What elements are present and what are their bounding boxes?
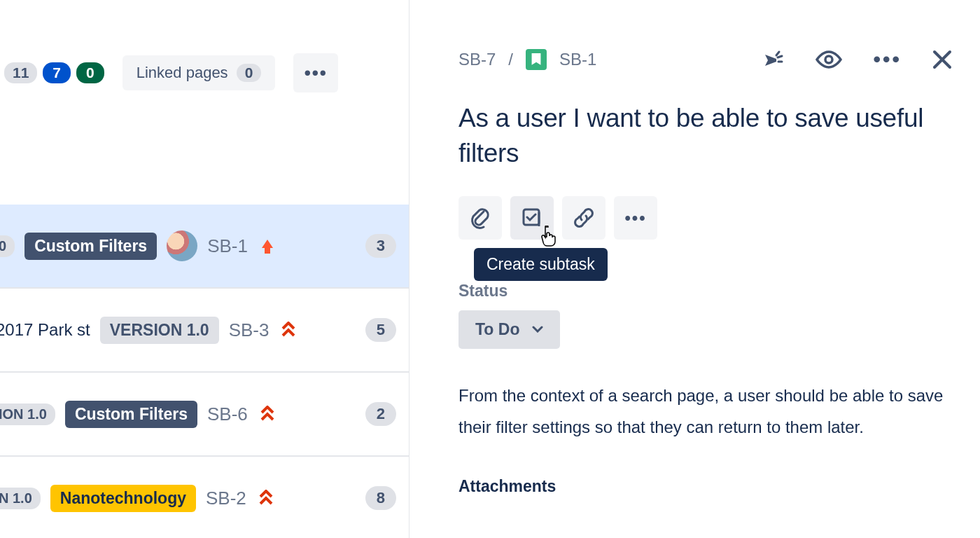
backlog-panel: 11 7 0 Linked pages 0 ••• 0 Custom Filte…	[0, 0, 410, 538]
status-label: Status	[458, 282, 952, 301]
more-icon[interactable]: •••	[873, 48, 902, 71]
attachments-label: Attachments	[458, 477, 952, 496]
chevron-down-icon	[532, 326, 543, 333]
linked-pages-count: 0	[237, 64, 262, 82]
issue-key: SB-6	[207, 404, 248, 425]
linked-pages-button[interactable]: Linked pages 0	[122, 55, 276, 90]
issue-row[interactable]: ION 1.0 Custom Filters SB-6 2	[0, 373, 409, 457]
more-menu-button[interactable]: •••	[293, 53, 338, 92]
leading-pill: ION 1.0	[0, 404, 55, 425]
leading-pill: N 1.0	[0, 488, 41, 509]
issue-title[interactable]: As a user I want to be able to save usef…	[458, 101, 952, 171]
counter-grey[interactable]: 11	[4, 62, 37, 83]
status-value: To Do	[475, 320, 519, 339]
leading-pill: 0	[0, 235, 15, 257]
priority-highest-icon	[256, 490, 276, 506]
issue-description[interactable]: From the context of a search page, a use…	[458, 380, 952, 443]
close-icon[interactable]	[932, 50, 952, 69]
status-dropdown[interactable]: To Do	[458, 310, 560, 349]
label-tag: VERSION 1.0	[100, 317, 219, 344]
story-points-pill: 2	[365, 402, 396, 426]
issue-row[interactable]: 0 Custom Filters SB-1 3	[0, 205, 409, 289]
linked-pages-label: Linked pages	[136, 64, 228, 82]
more-actions-button[interactable]: •••	[614, 196, 657, 240]
issue-summary-truncated: 2017 Park st	[0, 320, 90, 340]
label-tag: Nanotechnology	[50, 485, 196, 512]
issue-row[interactable]: 2017 Park st VERSION 1.0 SB-3 5	[0, 289, 409, 373]
tooltip: Create subtask	[474, 248, 608, 281]
label-tag: Custom Filters	[65, 401, 197, 428]
issue-key: SB-2	[206, 488, 246, 509]
story-points-pill: 5	[365, 318, 396, 342]
issue-row[interactable]: N 1.0 Nanotechnology SB-2 8	[0, 457, 409, 538]
svg-point-3	[825, 56, 832, 63]
svg-line-1	[778, 56, 782, 57]
status-counters: 11 7 0	[4, 62, 104, 83]
link-icon	[572, 206, 596, 230]
story-points-pill: 8	[365, 486, 396, 510]
breadcrumb-parent[interactable]: SB-7	[458, 50, 496, 69]
watch-icon[interactable]	[816, 50, 842, 69]
avatar[interactable]	[167, 230, 197, 261]
breadcrumb-separator: /	[508, 50, 513, 69]
counter-green[interactable]: 0	[76, 62, 104, 83]
more-icon: •••	[624, 208, 646, 228]
paperclip-icon	[468, 206, 492, 230]
more-icon: •••	[304, 62, 328, 84]
issue-detail-panel: SB-7 / SB-1 ••• As a user I want to be a…	[410, 0, 980, 538]
link-button[interactable]	[562, 196, 606, 240]
label-tag: Custom Filters	[24, 233, 157, 260]
priority-highest-icon	[279, 322, 298, 338]
priority-highest-icon	[258, 406, 277, 422]
create-subtask-button[interactable]	[510, 196, 554, 240]
breadcrumb: SB-7 / SB-1 •••	[458, 0, 952, 71]
story-points-pill: 3	[365, 234, 396, 258]
feedback-icon[interactable]	[761, 49, 785, 70]
priority-medium-icon	[258, 238, 277, 254]
svg-line-0	[776, 52, 779, 55]
attach-button[interactable]	[458, 196, 502, 240]
breadcrumb-child[interactable]: SB-1	[559, 50, 596, 69]
counter-blue[interactable]: 7	[43, 62, 71, 83]
story-icon	[526, 49, 547, 70]
issue-key: SB-3	[229, 319, 270, 341]
subtask-icon	[521, 207, 543, 229]
issue-key: SB-1	[207, 235, 248, 257]
